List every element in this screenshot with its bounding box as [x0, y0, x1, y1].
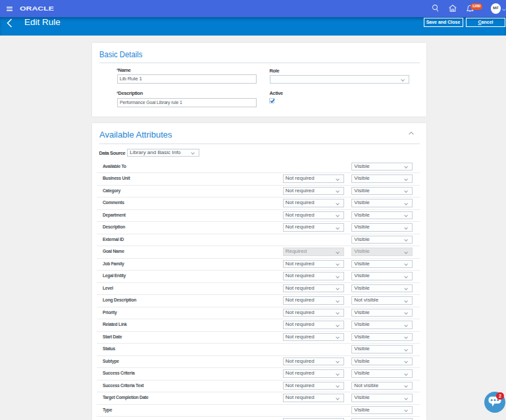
svg-text:ORACLE: ORACLE — [20, 5, 54, 12]
svg-text:Basic Details: Basic Details — [99, 51, 143, 59]
svg-text:Available Attributes: Available Attributes — [99, 131, 172, 140]
